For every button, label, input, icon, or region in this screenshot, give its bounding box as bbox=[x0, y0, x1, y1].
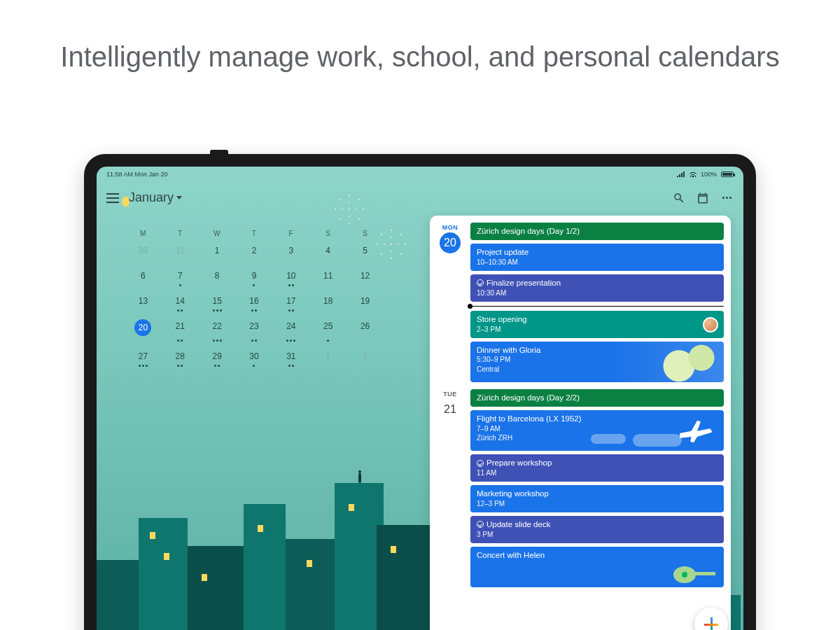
svg-point-1 bbox=[682, 572, 687, 578]
mini-cal-day[interactable]: 13 bbox=[125, 292, 162, 310]
current-time-indicator bbox=[470, 306, 724, 307]
firework-icon bbox=[391, 244, 392, 245]
mini-cal-weekday: S bbox=[346, 230, 384, 237]
mini-cal-day[interactable]: 31 bbox=[272, 347, 309, 365]
mini-cal-day[interactable]: 5 bbox=[346, 241, 384, 260]
create-event-fab[interactable] bbox=[694, 608, 728, 630]
mini-cal-day[interactable]: 2 bbox=[236, 241, 273, 260]
calendar-today-icon bbox=[696, 192, 709, 204]
agenda-day-number[interactable]: 20 bbox=[440, 232, 461, 253]
event-time: 2–3 PM bbox=[477, 326, 718, 335]
mini-cal-day[interactable]: 16 bbox=[236, 292, 273, 310]
mini-cal-day[interactable]: 22 bbox=[199, 317, 236, 340]
more-horizontal-icon bbox=[722, 197, 732, 199]
mini-cal-day[interactable]: 28 bbox=[162, 347, 199, 365]
month-label: January bbox=[129, 190, 174, 205]
mini-cal-day[interactable]: 8 bbox=[199, 267, 236, 285]
mini-cal-day[interactable]: 30 bbox=[236, 347, 273, 365]
event-card[interactable]: Project update10–10:30 AM bbox=[470, 244, 724, 271]
event-title: Zürich design days (Day 2/2) bbox=[477, 393, 580, 402]
mini-cal-day[interactable]: 23 bbox=[236, 317, 273, 340]
event-title: Zürich design days (Day 1/2) bbox=[477, 226, 580, 236]
event-time: 10:30 AM bbox=[477, 289, 718, 298]
status-bar: 11:58 AM Mon Jan 20 100% bbox=[97, 171, 743, 178]
event-card[interactable]: Concert with Helen bbox=[470, 547, 724, 587]
task-check-icon bbox=[477, 279, 484, 286]
airplane-icon bbox=[678, 416, 717, 444]
mini-cal-day[interactable]: 20 bbox=[125, 317, 162, 340]
status-time-date: 11:58 AM Mon Jan 20 bbox=[106, 171, 168, 178]
mini-cal-weekday: M bbox=[125, 230, 162, 237]
event-title: Project update bbox=[477, 247, 528, 257]
battery-percent: 100% bbox=[701, 171, 717, 178]
mini-calendar: MTWTFSS 30311234567891011121314151617181… bbox=[125, 230, 384, 372]
mini-cal-weekday: T bbox=[162, 230, 199, 237]
event-card[interactable]: Marketing workshop12–3 PM bbox=[470, 485, 724, 512]
app-header: January bbox=[97, 185, 743, 211]
today-button[interactable] bbox=[696, 191, 710, 205]
tablet-screen: 11:58 AM Mon Jan 20 100% January bbox=[97, 167, 743, 630]
mini-cal-weekday: F bbox=[272, 230, 309, 237]
mini-cal-weekday: W bbox=[199, 230, 236, 237]
food-illustration-icon bbox=[612, 342, 724, 382]
marketing-headline: Intelligently manage work, school, and p… bbox=[0, 0, 840, 96]
agenda-day: MON20Zürich design days (Day 1/2)Project… bbox=[437, 223, 724, 382]
task-check-icon bbox=[477, 521, 484, 528]
agenda-day: TUE21Zürich design days (Day 2/2)Flight … bbox=[437, 389, 724, 587]
mini-cal-day[interactable]: 7 bbox=[162, 267, 199, 285]
event-card[interactable]: Zürich design days (Day 2/2) bbox=[470, 389, 724, 407]
mini-cal-day[interactable]: 3 bbox=[272, 241, 309, 260]
mini-cal-day[interactable]: 29 bbox=[199, 347, 236, 365]
mini-cal-day[interactable]: 11 bbox=[309, 267, 346, 285]
menu-button[interactable] bbox=[106, 193, 119, 203]
mini-cal-day[interactable]: 24 bbox=[272, 317, 309, 340]
mini-cal-day[interactable]: 27 bbox=[125, 347, 162, 365]
mini-cal-day[interactable]: 1 bbox=[309, 347, 346, 365]
wifi-icon bbox=[690, 172, 696, 177]
mini-cal-day[interactable]: 2 bbox=[346, 347, 384, 365]
agenda-weekday: MON bbox=[437, 224, 463, 231]
event-title: Finalize presentation bbox=[486, 278, 561, 288]
more-button[interactable] bbox=[720, 191, 734, 205]
event-card[interactable]: Flight to Barcelona (LX 1952)7–9 AMZüric… bbox=[470, 410, 724, 451]
mini-cal-day[interactable]: 26 bbox=[346, 317, 384, 340]
event-title: Prepare workshop bbox=[486, 458, 552, 468]
event-card[interactable]: Zürich design days (Day 1/2) bbox=[470, 223, 724, 240]
mini-cal-day[interactable]: 10 bbox=[272, 267, 309, 285]
event-title: Update slide deck bbox=[486, 519, 550, 529]
agenda-panel[interactable]: MON20Zürich design days (Day 1/2)Project… bbox=[430, 216, 731, 630]
mini-cal-day[interactable]: 9 bbox=[236, 267, 273, 285]
search-button[interactable] bbox=[672, 191, 686, 205]
agenda-day-number[interactable]: 21 bbox=[440, 399, 461, 420]
mini-cal-day[interactable]: 1 bbox=[199, 241, 236, 260]
agenda-weekday: TUE bbox=[437, 391, 463, 398]
chevron-down-icon bbox=[176, 196, 182, 200]
mini-cal-weekday: T bbox=[236, 230, 273, 237]
event-card[interactable]: Dinner with Gloria5:30–9 PMCentral bbox=[470, 342, 724, 382]
tablet-frame: 11:58 AM Mon Jan 20 100% January bbox=[84, 154, 756, 630]
task-check-icon bbox=[477, 460, 484, 467]
event-card[interactable]: Store opening2–3 PM bbox=[470, 311, 724, 338]
battery-icon bbox=[721, 172, 734, 177]
mini-cal-day[interactable]: 31 bbox=[162, 241, 199, 260]
event-card[interactable]: Update slide deck3 PM bbox=[470, 516, 724, 543]
mini-cal-day[interactable]: 18 bbox=[309, 292, 346, 310]
mini-cal-day[interactable]: 14 bbox=[162, 292, 199, 310]
mini-cal-day[interactable]: 15 bbox=[199, 292, 236, 310]
event-title: Store opening bbox=[477, 314, 527, 324]
svg-rect-2 bbox=[692, 572, 715, 575]
mini-cal-day[interactable]: 30 bbox=[125, 241, 162, 260]
mini-cal-day[interactable]: 17 bbox=[272, 292, 309, 310]
mini-cal-weekday: S bbox=[309, 230, 346, 237]
month-selector[interactable]: January bbox=[129, 190, 182, 205]
mini-cal-day[interactable]: 21 bbox=[162, 317, 199, 340]
event-title: Marketing workshop bbox=[477, 489, 549, 498]
mini-cal-day[interactable]: 4 bbox=[309, 241, 346, 260]
mini-cal-day[interactable]: 25 bbox=[309, 317, 346, 340]
mini-cal-day[interactable]: 19 bbox=[346, 292, 384, 310]
mini-cal-day[interactable]: 12 bbox=[346, 267, 384, 285]
event-card[interactable]: Finalize presentation10:30 AM bbox=[470, 274, 724, 302]
event-card[interactable]: Prepare workshop11 AM bbox=[470, 454, 724, 482]
guitar-icon bbox=[671, 556, 720, 584]
mini-cal-day[interactable]: 6 bbox=[125, 267, 162, 285]
